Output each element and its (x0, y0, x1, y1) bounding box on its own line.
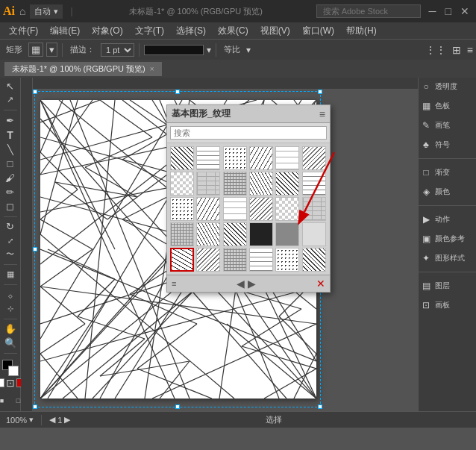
zoom-level[interactable]: 100% ▾ (6, 415, 34, 425)
panel-menu-icon[interactable]: ≡ (319, 108, 325, 120)
menu-help[interactable]: 帮助(H) (340, 23, 383, 39)
pattern-cell-24[interactable] (170, 248, 194, 272)
toolbar-icon-1[interactable]: ▦ (28, 43, 43, 57)
pattern-cell-18[interactable] (170, 222, 194, 246)
menu-window[interactable]: 窗口(W) (296, 23, 340, 39)
right-panel-actions[interactable]: ▶ 动作 (419, 212, 476, 227)
stroke-swatch[interactable] (8, 366, 19, 376)
pattern-cell-22[interactable] (275, 222, 299, 246)
pattern-cell-19[interactable] (196, 222, 220, 246)
rotate-tool[interactable]: ↻ (3, 221, 18, 232)
properties-icon[interactable]: ≡ (467, 44, 473, 56)
workspace-switcher[interactable]: 自动 ▾ (30, 4, 63, 19)
pattern-cell-25[interactable] (196, 248, 220, 272)
handle-mid-left[interactable] (33, 247, 37, 251)
mesh-tool[interactable]: ⊹ (3, 304, 18, 314)
pattern-cell-0[interactable] (170, 146, 194, 170)
handle-top-right[interactable] (318, 90, 322, 94)
pattern-cell-29[interactable] (302, 248, 326, 272)
right-panel-transparency[interactable]: ○ 透明度 (419, 79, 476, 94)
right-panel-gradient[interactable]: □ 渐变 (419, 165, 476, 180)
handle-bot-right[interactable] (318, 404, 322, 409)
pattern-cell-23[interactable] (302, 222, 326, 246)
scale-tool[interactable]: ⤢ (3, 235, 18, 246)
pattern-cell-10[interactable] (275, 172, 299, 196)
line-tool[interactable]: ╲ (3, 144, 18, 155)
pattern-cell-8[interactable] (223, 172, 247, 196)
type-tool[interactable]: T (3, 129, 18, 141)
right-panel-artboards[interactable]: ⊡ 画板 (419, 298, 476, 313)
right-panel-graphic-styles[interactable]: ✦ 图形样式 (419, 251, 476, 266)
pattern-cell-4[interactable] (275, 146, 299, 170)
pattern-cell-12[interactable] (170, 197, 194, 221)
pattern-cell-26[interactable] (223, 248, 247, 272)
paintbrush-tool[interactable]: 🖌 (3, 172, 18, 184)
right-panel-color[interactable]: ◈ 颜色 (419, 184, 476, 199)
menu-select[interactable]: 选择(S) (170, 23, 212, 39)
panel-footer-list-icon[interactable]: ≡ (172, 279, 176, 288)
pattern-cell-17[interactable] (302, 197, 326, 221)
handle-top-mid[interactable] (175, 90, 180, 94)
menu-object[interactable]: 对象(O) (86, 23, 128, 39)
pattern-cell-16[interactable] (275, 197, 299, 221)
eraser-tool[interactable]: ◻ (3, 201, 18, 212)
pattern-cell-1[interactable] (196, 146, 220, 170)
artboard-prev-icon[interactable]: ◀ (49, 415, 55, 425)
minimize-button[interactable]: ─ (425, 5, 440, 17)
menu-effect[interactable]: 效果(C) (212, 23, 254, 39)
canvas-area[interactable]: 基本图形_纹理 ≡ ≡ ◀ ▶ ✕ (21, 78, 418, 411)
adobe-stock-search[interactable] (316, 4, 421, 18)
panel-header[interactable]: 基本图形_纹理 ≡ (167, 105, 330, 123)
normal-mode-icon[interactable] (0, 378, 4, 387)
pattern-cell-13[interactable] (196, 197, 220, 221)
panel-delete-button[interactable]: ✕ (316, 278, 325, 290)
pattern-search-input[interactable] (170, 126, 327, 140)
stroke-dropdown[interactable]: ▾ (207, 45, 211, 55)
right-panel-color-ref[interactable]: ▣ 颜色参考 (419, 231, 476, 246)
stroke-select[interactable]: 1 pt (101, 43, 134, 57)
pen-tool[interactable]: ✒ (3, 115, 18, 126)
pattern-cell-28[interactable] (275, 248, 299, 272)
handle-bot-left[interactable] (33, 404, 37, 409)
right-panel-layers[interactable]: ▤ 图层 (419, 278, 476, 293)
right-panel-swatches[interactable]: ▦ 色板 (419, 99, 476, 113)
menu-text[interactable]: 文字(T) (129, 23, 170, 39)
shape-tool[interactable]: □ (3, 158, 18, 169)
zoom-dropdown-icon[interactable]: ▾ (29, 415, 34, 425)
pattern-cell-5[interactable] (302, 146, 326, 170)
panel-prev-button[interactable]: ◀ (237, 278, 245, 290)
right-panel-symbol[interactable]: ♣ 符号 (419, 137, 476, 152)
pencil-tool[interactable]: ✏ (3, 187, 18, 198)
menu-view[interactable]: 视图(V) (254, 23, 296, 39)
hand-tool[interactable]: ✋ (3, 323, 18, 334)
home-icon[interactable]: ⌂ (19, 5, 25, 17)
pattern-cell-14[interactable] (223, 197, 247, 221)
draw-mode-icon[interactable]: ■ (0, 393, 10, 408)
document-tab[interactable]: 未标题-1* @ 100% (RGB/GPU 预览) × (4, 62, 162, 76)
pattern-cell-27[interactable] (249, 248, 273, 272)
gradient-tool[interactable]: ⬦ (3, 290, 18, 301)
pattern-cell-9[interactable] (249, 172, 273, 196)
toolbar-dropdown-1[interactable]: ▾ (46, 43, 57, 57)
select-tool[interactable]: ↖ (3, 81, 18, 92)
panel-next-button[interactable]: ▶ (248, 278, 256, 290)
pattern-cell-3[interactable] (249, 146, 273, 170)
menu-file[interactable]: 文件(F) (3, 23, 44, 39)
handle-bot-mid[interactable] (175, 404, 180, 409)
right-panel-brush[interactable]: ✎ 画笔 (419, 118, 476, 133)
handle-top-left[interactable] (33, 90, 37, 94)
graph-tool[interactable]: ▦ (3, 269, 18, 280)
pattern-cell-21[interactable] (249, 222, 273, 246)
transform-icon[interactable]: ⊞ (452, 44, 461, 56)
align-icon[interactable]: ⋮⋮ (425, 44, 446, 56)
direct-select-tool[interactable]: ↗ (3, 95, 18, 105)
close-button[interactable]: ✕ (457, 5, 473, 17)
gradient-mode-icon[interactable]: ⊡ (6, 378, 15, 387)
pattern-cell-6[interactable] (170, 172, 194, 196)
ratio-dropdown[interactable]: ▾ (246, 45, 251, 55)
zoom-tool[interactable]: 🔍 (3, 337, 18, 349)
pattern-cell-11[interactable] (302, 172, 326, 196)
artboard-next-icon[interactable]: ▶ (64, 415, 70, 425)
maximize-button[interactable]: □ (442, 5, 455, 17)
tab-close-button[interactable]: × (150, 65, 154, 73)
